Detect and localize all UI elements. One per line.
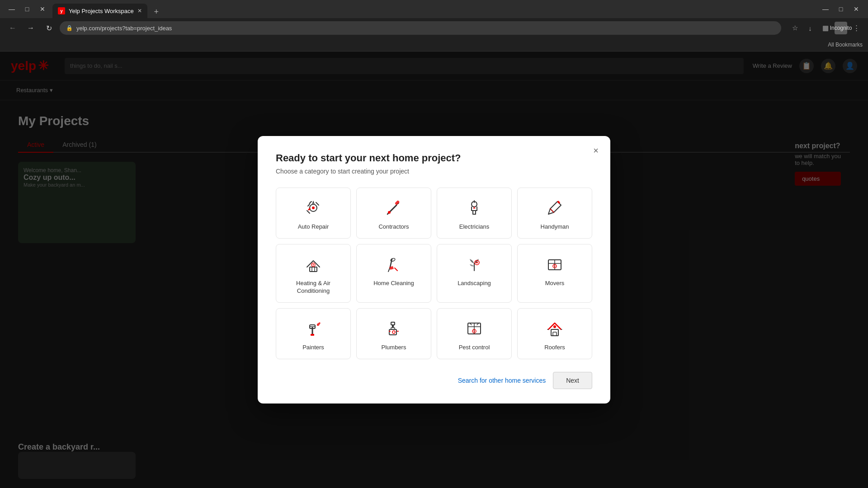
plumbers-label: Plumbers (382, 344, 406, 352)
menu-icon[interactable]: ⋮ (850, 22, 863, 34)
category-pest-control[interactable]: Pest control (437, 308, 512, 359)
category-heating-air[interactable]: Heating & Air Conditioning (276, 244, 351, 303)
bookmarks-label[interactable]: All Bookmarks (828, 42, 863, 48)
category-handyman[interactable]: Handyman (517, 188, 592, 239)
category-landscaping[interactable]: Landscaping (437, 244, 512, 303)
forward-button[interactable]: → (24, 21, 38, 35)
plumbers-icon (383, 318, 405, 339)
svg-rect-26 (551, 329, 558, 336)
movers-icon (544, 253, 566, 275)
svg-rect-18 (391, 322, 395, 325)
svg-rect-7 (310, 267, 317, 272)
heating-air-icon (302, 253, 324, 275)
add-tab-button[interactable]: + (150, 5, 163, 18)
movers-label: Movers (545, 280, 565, 287)
category-contractors[interactable]: Contractors (356, 188, 431, 239)
home-cleaning-icon (383, 253, 405, 275)
close-button[interactable]: ✕ (36, 3, 49, 15)
next-button[interactable]: Next (553, 372, 592, 389)
svg-point-9 (313, 264, 314, 266)
back-button[interactable]: ← (5, 21, 20, 35)
landscaping-icon (463, 253, 485, 275)
svg-rect-27 (553, 332, 557, 336)
active-tab[interactable]: y Yelp Projects Workspace ✕ (52, 4, 147, 18)
tab-close-icon[interactable]: ✕ (137, 8, 142, 14)
tab-label: Yelp Projects Workspace (69, 8, 134, 14)
modal-backdrop[interactable]: × Ready to start your next home project?… (0, 52, 868, 488)
modal-dialog: × Ready to start your next home project?… (258, 136, 610, 404)
auto-repair-icon (302, 197, 324, 219)
modal-title: Ready to start your next home project? (276, 152, 592, 164)
toolbar-actions: ☆ ↓ ▦ Incognito ⋮ (788, 22, 863, 34)
maximize-button[interactable]: □ (21, 3, 33, 15)
category-roofers[interactable]: Roofers (517, 308, 592, 359)
svg-point-12 (476, 262, 478, 263)
home-cleaning-label: Home Cleaning (373, 280, 414, 287)
painters-label: Painters (302, 344, 324, 352)
pest-control-label: Pest control (459, 344, 490, 352)
contractors-label: Contractors (378, 223, 409, 231)
incognito-badge: Incognito (835, 22, 847, 34)
modal-subtitle: Choose a category to start creating your… (276, 168, 592, 175)
modal-footer: Search for other home services Next (276, 372, 592, 389)
category-painters[interactable]: Painters (276, 308, 351, 359)
svg-point-4 (388, 211, 391, 214)
svg-point-10 (390, 258, 395, 262)
maximize-window-button[interactable]: □ (835, 3, 847, 15)
electricians-icon (463, 197, 485, 219)
bookmarks-bar: All Bookmarks (0, 38, 868, 52)
svg-point-25 (474, 330, 475, 332)
minimize-button[interactable]: ― (5, 3, 18, 15)
svg-rect-17 (311, 334, 314, 336)
browser-titlebar: ― □ ✕ y Yelp Projects Workspace ✕ + ― □ … (0, 0, 868, 18)
close-window-button[interactable]: ✕ (850, 3, 863, 15)
category-auto-repair[interactable]: Auto Repair (276, 188, 351, 239)
category-plumbers[interactable]: Plumbers (356, 308, 431, 359)
roofers-label: Roofers (544, 344, 565, 352)
modal-close-button[interactable]: × (589, 143, 603, 158)
bookmark-icon[interactable]: ☆ (788, 22, 801, 34)
landscaping-label: Landscaping (458, 280, 491, 287)
contractors-icon (383, 197, 405, 219)
restore-window-button[interactable]: ― (819, 3, 832, 15)
address-bar[interactable]: 🔒 yelp.com/projects?tab=project_ideas (60, 21, 781, 35)
auto-repair-label: Auto Repair (298, 223, 329, 231)
svg-point-22 (392, 331, 395, 333)
electricians-label: Electricians (459, 223, 489, 231)
category-home-cleaning[interactable]: Home Cleaning (356, 244, 431, 303)
svg-point-15 (554, 266, 556, 267)
tab-favicon: y (58, 7, 65, 14)
search-other-services-link[interactable]: Search for other home services (458, 377, 546, 384)
svg-point-2 (312, 206, 315, 209)
handyman-label: Handyman (541, 223, 569, 231)
browser-toolbar: ← → ↻ 🔒 yelp.com/projects?tab=project_id… (0, 18, 868, 38)
svg-point-28 (553, 325, 556, 328)
category-electricians[interactable]: Electricians (437, 188, 512, 239)
roofers-icon (544, 318, 566, 339)
url-text: yelp.com/projects?tab=project_ideas (76, 25, 172, 32)
reload-button[interactable]: ↻ (42, 21, 56, 35)
download-icon[interactable]: ↓ (804, 22, 816, 34)
browser-controls: ― □ ✕ (5, 3, 49, 15)
painters-icon (302, 318, 324, 339)
browser-frame: ― □ ✕ y Yelp Projects Workspace ✕ + ― □ … (0, 0, 868, 488)
pest-control-icon (463, 318, 485, 339)
categories-grid: Auto Repair C (276, 188, 592, 359)
category-movers[interactable]: Movers (517, 244, 592, 303)
heating-air-label: Heating & Air Conditioning (282, 280, 345, 295)
svg-rect-3 (395, 200, 400, 205)
svg-rect-19 (392, 325, 394, 328)
page-content: yelp ✳ things to do, nail s... Write a R… (0, 52, 868, 488)
handyman-icon (544, 197, 566, 219)
